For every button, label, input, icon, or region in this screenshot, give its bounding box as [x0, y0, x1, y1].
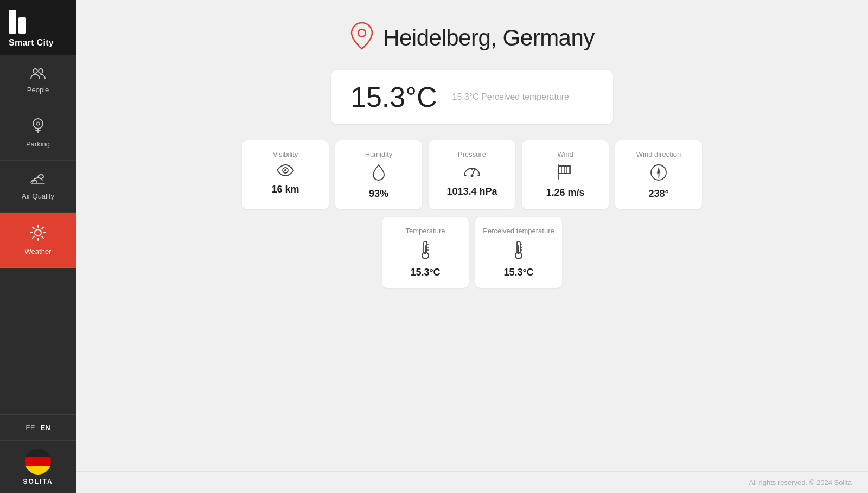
metric-perceived-temperature-value: 15.3°C — [503, 267, 533, 278]
logo-icon — [9, 10, 26, 34]
sidebar-item-label-parking: Parking — [26, 140, 50, 148]
metric-temperature: Temperature 15.3°C — [382, 217, 469, 288]
svg-line-12 — [33, 227, 34, 229]
location-pin-icon — [349, 22, 374, 54]
compass-icon — [650, 164, 667, 184]
metrics-grid-row1: Visibility 16 km Humidity — [242, 140, 702, 209]
sidebar-footer: SOLITA — [0, 440, 76, 493]
eye-icon — [277, 164, 294, 180]
airquality-icon — [30, 172, 46, 188]
metric-humidity-value: 93% — [369, 188, 388, 200]
parking-icon — [31, 118, 44, 136]
svg-point-18 — [284, 169, 286, 171]
content-area: Heidelberg, Germany 15.3°C 15.3°C Percei… — [76, 0, 868, 471]
people-icon — [30, 67, 46, 81]
sidebar-item-parking[interactable]: Parking — [0, 106, 76, 161]
metric-wind: Wind 1.26 m/s — [522, 140, 609, 209]
temperature-perceived-label: 15.3°C Perceived temperature — [452, 92, 569, 102]
svg-point-7 — [35, 229, 41, 236]
page-footer: All rights reserved. © 2024 Solita — [76, 471, 868, 493]
sidebar-item-weather[interactable]: Weather — [0, 213, 76, 268]
language-switcher: EE EN — [0, 414, 76, 440]
flag-icon — [557, 164, 574, 183]
main-content: Heidelberg, Germany 15.3°C 15.3°C Percei… — [76, 0, 868, 493]
svg-point-1 — [39, 69, 43, 73]
metric-visibility: Visibility 16 km — [242, 140, 329, 209]
weather-icon — [30, 225, 46, 243]
metric-wind-direction-label: Wind direction — [636, 150, 681, 159]
metric-wind-label: Wind — [557, 150, 573, 159]
metric-wind-direction-value: 238° — [648, 188, 668, 200]
metric-temperature-label: Temperature — [406, 227, 445, 236]
svg-point-16 — [358, 29, 366, 37]
sidebar-item-label-weather: Weather — [25, 247, 52, 255]
svg-point-3 — [36, 122, 40, 125]
metric-wind-direction: Wind direction 238° — [615, 140, 702, 209]
metric-visibility-label: Visibility — [273, 150, 298, 159]
svg-line-14 — [42, 227, 43, 229]
metric-pressure: Pressure 1013.4 hPa — [429, 140, 515, 209]
gauge-icon — [463, 164, 481, 182]
sidebar-item-label-airquality: Air Quality — [22, 192, 54, 200]
thermometer-icon — [419, 240, 431, 262]
lang-ee[interactable]: EE — [25, 424, 35, 432]
location-name: Heidelberg, Germany — [383, 25, 595, 51]
sidebar-item-airquality[interactable]: Air Quality — [0, 161, 76, 213]
sidebar-item-label-people: People — [27, 86, 49, 94]
metric-visibility-value: 16 km — [271, 184, 299, 195]
metric-temperature-value: 15.3°C — [410, 267, 440, 278]
metric-perceived-temperature: Perceived temperature 15.3°C — [475, 217, 562, 288]
metric-perceived-temperature-label: Perceived temperature — [483, 227, 554, 236]
sidebar-nav: People Parking — [0, 55, 76, 414]
svg-rect-24 — [559, 166, 571, 174]
temperature-main-value: 15.3°C — [350, 81, 437, 113]
thermometer2-icon — [513, 240, 525, 262]
sidebar: Smart City People — [0, 0, 76, 493]
svg-line-13 — [42, 236, 43, 238]
location-header: Heidelberg, Germany — [349, 22, 595, 54]
germany-flag — [25, 449, 51, 475]
drop-icon — [372, 164, 385, 184]
lang-en[interactable]: EN — [41, 424, 50, 432]
metric-pressure-value: 1013.4 hPa — [446, 186, 497, 197]
logo-area: Smart City — [0, 0, 76, 55]
metric-wind-value: 1.26 m/s — [546, 187, 584, 199]
svg-line-15 — [33, 236, 34, 238]
footer-text: All rights reserved. © 2024 Solita — [749, 478, 852, 486]
svg-point-30 — [658, 171, 660, 174]
metric-pressure-label: Pressure — [458, 150, 486, 159]
svg-point-0 — [33, 69, 37, 73]
svg-point-2 — [33, 119, 43, 129]
sidebar-item-people[interactable]: People — [0, 55, 76, 106]
metrics-grid-row2: Temperature 15.3°C Perceived temperature — [382, 217, 562, 288]
temperature-hero-card: 15.3°C 15.3°C Perceived temperature — [331, 70, 613, 124]
metric-humidity-label: Humidity — [365, 150, 393, 159]
svg-point-19 — [471, 174, 474, 177]
company-name: SOLITA — [23, 478, 53, 485]
metric-humidity: Humidity 93% — [335, 140, 422, 209]
app-title: Smart City — [9, 38, 54, 48]
